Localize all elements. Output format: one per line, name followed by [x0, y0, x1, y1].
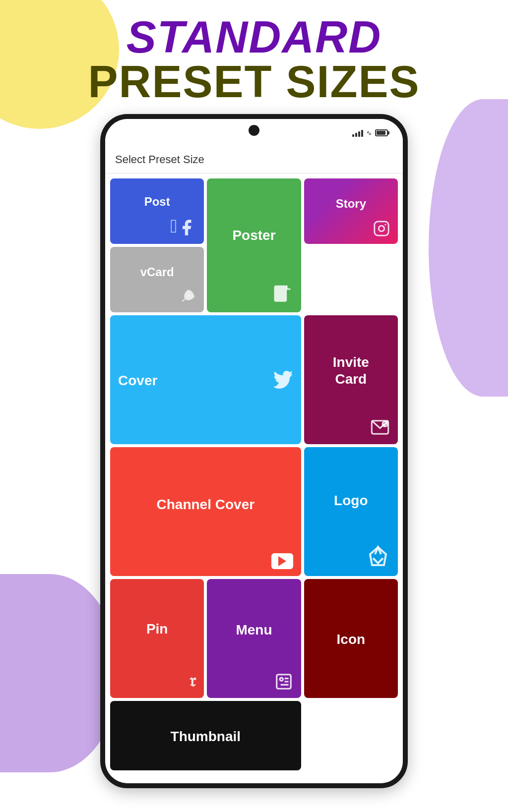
tile-pin-label: Pin: [146, 621, 168, 638]
tile-icon-label: Icon: [337, 631, 366, 648]
phone-status-bar: ∿: [105, 119, 403, 146]
tile-menu-label: Menu: [236, 622, 272, 638]
tile-thumbnail[interactable]: Thumbnail: [110, 701, 301, 770]
tile-channel-label: Channel Cover: [157, 496, 255, 513]
tile-poster[interactable]: Poster: [207, 178, 301, 312]
svg-rect-7: [276, 675, 291, 689]
twitter-icon: [273, 371, 293, 391]
facebook-icon-svg: [177, 218, 196, 237]
svg-point-4: [188, 294, 190, 296]
rocket-icon: [179, 289, 196, 305]
wifi-icon: ∿: [366, 129, 372, 137]
svg-point-2: [379, 226, 384, 231]
youtube-icon: [271, 553, 293, 569]
preset-grid: Post  Poster: [105, 174, 403, 775]
tile-thumbnail-label: Thumbnail: [171, 728, 241, 745]
status-icons: ∿: [352, 129, 388, 137]
title-line2: PRESET SIZES: [0, 59, 508, 104]
phone-camera: [249, 125, 259, 136]
tile-channel-cover[interactable]: Channel Cover: [110, 447, 301, 576]
svg-rect-1: [375, 222, 388, 235]
page-header: STANDARD PRESET SIZES: [0, 0, 508, 104]
screen-title: Select Preset Size: [115, 153, 204, 166]
invite-envelope-icon: [370, 417, 390, 437]
pinterest-icon: 𝔯: [190, 670, 196, 691]
tile-cover[interactable]: Cover: [110, 315, 301, 444]
tile-poster-label: Poster: [232, 227, 275, 244]
tile-cover-label: Cover: [118, 372, 157, 389]
svg-point-8: [280, 678, 283, 681]
tile-icon[interactable]: Icon: [304, 579, 398, 698]
tile-invite-label: InviteCard: [333, 354, 369, 387]
tile-story-label: Story: [336, 197, 366, 211]
screen-header: Select Preset Size: [105, 146, 403, 174]
tile-logo[interactable]: Logo: [304, 447, 398, 576]
tile-pin[interactable]: Pin 𝔯: [110, 579, 204, 698]
tile-menu[interactable]: Menu: [207, 579, 301, 698]
tile-post-label: Post: [144, 195, 170, 209]
svg-point-3: [384, 224, 386, 226]
facebook-icon: : [170, 216, 177, 237]
menu-card-icon: [274, 672, 293, 691]
tile-story[interactable]: Story: [304, 178, 398, 244]
signal-icon: [352, 129, 363, 137]
title-line1: STANDARD: [0, 15, 508, 59]
svg-rect-0: [274, 286, 287, 302]
tile-invite[interactable]: InviteCard: [304, 315, 398, 444]
poster-icon: [271, 284, 293, 305]
battery-icon: [375, 129, 388, 136]
tile-vcard[interactable]: vCard: [110, 247, 204, 312]
tile-logo-label: Logo: [334, 492, 368, 509]
instagram-icon: [373, 220, 390, 237]
tile-vcard-label: vCard: [140, 265, 174, 279]
tile-post[interactable]: Post : [110, 178, 204, 244]
phone-frame: ∿ Select Preset Size Post  Poste: [100, 114, 408, 788]
bg-decoration-purple-right: [429, 99, 508, 397]
logo-icon: [366, 545, 390, 569]
